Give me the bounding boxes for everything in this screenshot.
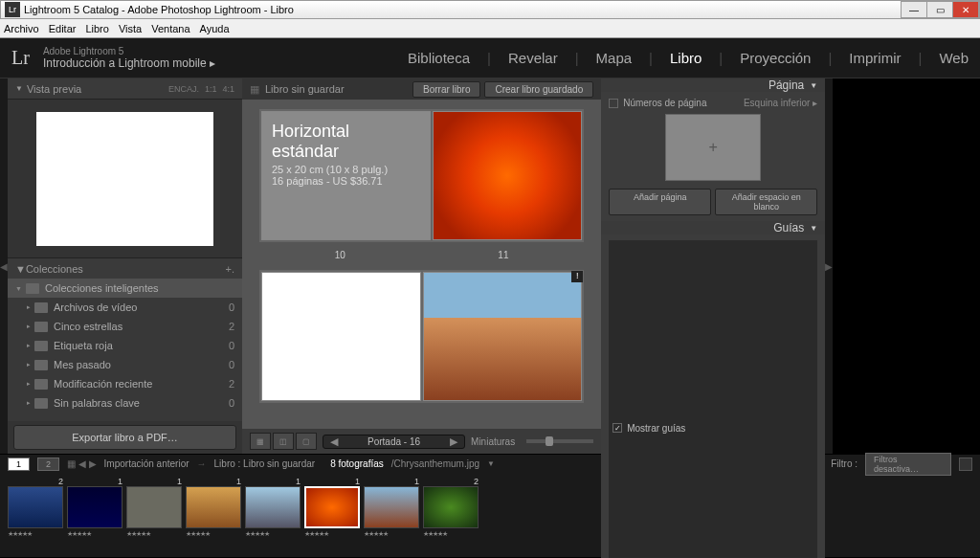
menu-editar[interactable]: Editar xyxy=(49,23,77,34)
collection-item[interactable]: ▸Sin palabras clave0 xyxy=(8,393,242,413)
page-navigator[interactable]: ◀ Portada - 16 ▶ xyxy=(323,435,465,449)
lightroom-logo: Lr xyxy=(11,47,30,69)
module-revelar[interactable]: Revelar xyxy=(508,50,558,66)
create-saved-book-button[interactable]: Crear libro guardado xyxy=(484,81,593,98)
module-proyección[interactable]: Proyección xyxy=(740,50,811,66)
filmstrip-thumb[interactable]: 1★★★★★ xyxy=(126,477,182,538)
close-button[interactable]: ✕ xyxy=(952,1,979,18)
book-path-label: Libro : Libro sin guardar xyxy=(214,458,316,469)
module-imprimir[interactable]: Imprimir xyxy=(849,50,901,66)
menu-ventana[interactable]: Ventana xyxy=(151,23,189,34)
book-page-11[interactable] xyxy=(433,111,583,240)
filmstrip-thumb[interactable]: 1★★★★★ xyxy=(245,477,301,538)
monitor-2-button[interactable]: 2 xyxy=(37,458,59,471)
page-template-preview[interactable]: + xyxy=(665,114,761,181)
collection-item[interactable]: ▸Modificación reciente2 xyxy=(8,374,242,393)
collection-item[interactable]: ▸Etiqueta roja0 xyxy=(8,336,242,355)
zoom-4:1[interactable]: 4:1 xyxy=(222,84,234,94)
clear-book-button[interactable]: Borrar libro xyxy=(412,81,480,98)
menu-libro[interactable]: Libro xyxy=(85,23,108,34)
collection-item[interactable]: ▸Mes pasado0 xyxy=(8,355,242,374)
chevron-down-icon: ▼ xyxy=(15,84,23,93)
filmstrip-thumb[interactable]: 1★★★★★ xyxy=(304,477,360,538)
filmstrip-thumb[interactable]: 2★★★★★ xyxy=(423,477,479,538)
menu-ayuda[interactable]: Ayuda xyxy=(200,23,230,34)
filter-dropdown[interactable]: Filtros desactiva… xyxy=(865,453,951,476)
prev-page-button[interactable]: ◀ xyxy=(323,435,345,448)
product-name: Adobe Lightroom 5 xyxy=(43,46,215,56)
maximize-button[interactable]: ▭ xyxy=(926,1,953,18)
collections-panel-title: Colecciones xyxy=(26,263,83,275)
collection-item[interactable]: ▸Archivos de vídeo0 xyxy=(8,298,242,317)
filmstrip-thumb[interactable]: 1★★★★★ xyxy=(364,477,419,538)
thumbnail-size-slider[interactable] xyxy=(526,439,593,443)
preview-thumbnail[interactable] xyxy=(36,112,213,246)
menu-vista[interactable]: Vista xyxy=(119,23,142,34)
filmstrip-thumb[interactable]: 1★★★★★ xyxy=(67,477,122,538)
module-tabs: Biblioteca|Revelar|Mapa|Libro|Proyección… xyxy=(408,50,969,66)
app-icon: Lr xyxy=(5,2,20,17)
add-blank-button[interactable]: Añadir espacio en blanco xyxy=(715,189,817,215)
filmstrip: 2★★★★★1★★★★★1★★★★★1★★★★★1★★★★★1★★★★★1★★★… xyxy=(0,473,980,557)
prev-import-link[interactable]: Importación anterior xyxy=(104,458,189,469)
window-title: Lightroom 5 Catalog - Adobe Photoshop Li… xyxy=(24,4,902,15)
filter-label: Filtro : xyxy=(831,458,858,469)
collection-item[interactable]: ▸Cinco estrellas2 xyxy=(8,317,242,336)
export-pdf-button[interactable]: Exportar libro a PDF… xyxy=(13,425,236,450)
add-page-button[interactable]: Añadir página xyxy=(609,189,711,215)
grid-view-button[interactable]: ▦ xyxy=(250,433,271,450)
unsaved-book-label: Libro sin guardar xyxy=(265,83,345,95)
zoom-1:1[interactable]: 1:1 xyxy=(205,84,217,94)
filter-lock-icon[interactable] xyxy=(959,458,972,471)
filmstrip-thumb[interactable]: 2★★★★★ xyxy=(8,477,63,538)
preview-panel-title: Vista previa xyxy=(27,83,81,95)
chevron-down-icon: ▼ xyxy=(15,263,26,275)
minimize-button[interactable]: — xyxy=(901,1,927,18)
lr-mobile-intro-link[interactable]: Introducción a Lightroom mobile ▸ xyxy=(43,56,215,70)
smart-collections-header[interactable]: ▼ Colecciones inteligentes xyxy=(8,279,242,298)
book-page-desert[interactable]: ! xyxy=(423,272,583,401)
module-web[interactable]: Web xyxy=(939,50,969,66)
book-spec-page[interactable]: Horizontal estándar 25 x 20 cm (10 x 8 p… xyxy=(261,111,431,240)
left-edge-toggle[interactable]: ◀ xyxy=(0,78,8,454)
module-libro[interactable]: Libro xyxy=(670,50,702,66)
page-number-position[interactable]: Esquina inferior ▸ xyxy=(744,98,817,108)
warning-icon: ! xyxy=(571,271,583,282)
zoom-ENCAJ.[interactable]: ENCAJ. xyxy=(168,84,199,94)
filmstrip-thumb[interactable]: 1★★★★★ xyxy=(186,477,241,538)
module-mapa[interactable]: Mapa xyxy=(596,50,633,66)
page-numbers-checkbox[interactable] xyxy=(609,99,618,108)
photo-count: 8 fotografías xyxy=(330,458,384,469)
current-filename: /Chrysanthemum.jpg xyxy=(391,458,479,469)
page-panel-header[interactable]: Página▼ xyxy=(601,78,825,92)
add-collection-button[interactable]: +. xyxy=(226,263,234,275)
thumbnails-label: Miniaturas xyxy=(471,436,515,447)
book-page-blank[interactable] xyxy=(261,272,421,401)
guides-panel-header[interactable]: Guías▼ xyxy=(601,221,825,234)
module-biblioteca[interactable]: Biblioteca xyxy=(408,50,470,66)
single-view-button[interactable]: ▢ xyxy=(296,433,317,450)
right-edge-toggle[interactable]: ▶ xyxy=(825,78,833,454)
menu-archivo[interactable]: Archivo xyxy=(4,23,39,34)
spread-view-button[interactable]: ◫ xyxy=(273,433,294,450)
next-page-button[interactable]: ▶ xyxy=(443,435,464,448)
menubar: ArchivoEditarLibroVistaVentanaAyuda xyxy=(0,19,980,38)
show-guides-checkbox[interactable] xyxy=(612,423,622,433)
monitor-1-button[interactable]: 1 xyxy=(8,458,30,471)
